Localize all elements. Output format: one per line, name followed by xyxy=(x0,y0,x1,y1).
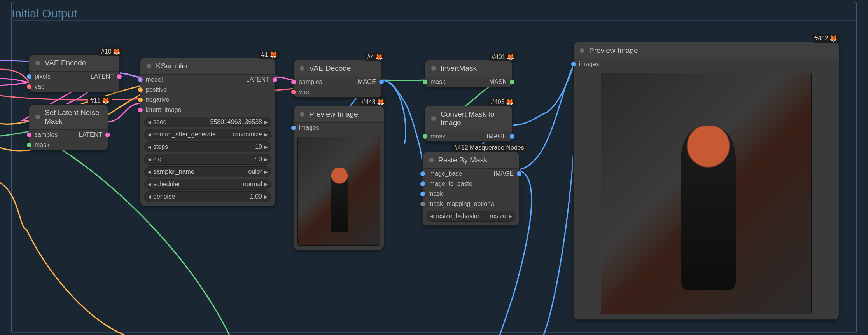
port-mask-in[interactable] xyxy=(423,134,427,139)
port-label: MASK xyxy=(489,79,507,85)
collapse-icon[interactable] xyxy=(431,116,436,121)
widget-steps[interactable]: ◀steps 19▶ xyxy=(144,141,271,152)
port-mask-mapping-optional[interactable] xyxy=(420,202,425,206)
node-title[interactable]: VAE Encode xyxy=(29,55,119,72)
port-image-out[interactable] xyxy=(379,80,384,84)
collapse-icon[interactable] xyxy=(300,112,304,117)
arrow-left-icon[interactable]: ◀ xyxy=(148,157,151,162)
arrow-right-icon[interactable]: ▶ xyxy=(264,169,268,174)
widget-control-after-generate[interactable]: ◀control_after_generate randomize▶ xyxy=(144,129,271,140)
port-mask[interactable] xyxy=(27,143,32,147)
node-set-latent-noise-mask[interactable]: Set Latent Noise Mask samples LATENT mas… xyxy=(29,104,108,150)
node-title[interactable]: Convert Mask to Image xyxy=(425,106,512,131)
port-latent-out[interactable] xyxy=(117,74,122,79)
port-image-out[interactable] xyxy=(517,171,522,176)
collapse-icon[interactable] xyxy=(35,61,40,65)
node-title[interactable]: Set Latent Noise Mask xyxy=(29,105,108,130)
port-samples[interactable] xyxy=(27,133,32,137)
port-latent-out[interactable] xyxy=(273,77,277,82)
collapse-icon[interactable] xyxy=(300,66,304,71)
node-title[interactable]: Preview Image xyxy=(574,42,839,59)
port-negative[interactable] xyxy=(138,98,143,102)
port-mask-out[interactable] xyxy=(510,80,514,84)
port-latent-image[interactable] xyxy=(138,108,143,112)
port-images[interactable] xyxy=(291,126,296,130)
widget-label: resize_behavior xyxy=(436,213,480,220)
port-image-base[interactable] xyxy=(420,171,425,176)
arrow-left-icon[interactable]: ◀ xyxy=(430,214,433,219)
port-label: samples xyxy=(35,131,58,138)
widget-seed[interactable]: ◀seed 558014963136538▶ xyxy=(144,117,271,127)
widget-cfg[interactable]: ◀cfg 7.0▶ xyxy=(144,154,271,165)
port-model[interactable] xyxy=(138,77,143,82)
port-mask[interactable] xyxy=(420,192,425,196)
node-title[interactable]: KSampler xyxy=(140,58,275,75)
port-label: mask xyxy=(430,133,445,140)
node-ksampler[interactable]: KSampler model LATENT positive negative … xyxy=(140,58,275,206)
collapse-icon[interactable] xyxy=(431,66,436,71)
collapse-icon[interactable] xyxy=(429,158,434,162)
arrow-right-icon[interactable]: ▶ xyxy=(264,132,268,137)
node-vae-decode[interactable]: VAE Decode samples IMAGE vae xyxy=(293,60,382,98)
arrow-left-icon[interactable]: ◀ xyxy=(148,182,151,187)
arrow-left-icon[interactable]: ◀ xyxy=(148,194,151,199)
port-latent-out[interactable] xyxy=(105,133,110,137)
port-label: image_base xyxy=(428,170,462,177)
port-image-out[interactable] xyxy=(510,134,514,139)
arrow-right-icon[interactable]: ▶ xyxy=(264,120,268,125)
node-preview-image-452[interactable]: Preview Image images xyxy=(573,42,839,320)
node-preview-image-448[interactable]: Preview Image images xyxy=(293,106,384,250)
port-image-to-paste[interactable] xyxy=(420,181,425,186)
widget-scheduler[interactable]: ◀scheduler normal▶ xyxy=(144,179,271,190)
node-tag-4: #4🦊 xyxy=(365,53,385,61)
node-invert-mask[interactable]: InvertMask mask MASK xyxy=(425,60,513,87)
port-pixels[interactable] xyxy=(27,74,32,79)
port-images[interactable] xyxy=(571,62,576,66)
arrow-right-icon[interactable]: ▶ xyxy=(264,145,268,150)
node-title-text: VAE Decode xyxy=(309,64,351,72)
port-label: mask_mapping_optional xyxy=(428,201,495,208)
widget-sampler-name[interactable]: ◀sampler_name euler▶ xyxy=(144,166,271,177)
port-label: IMAGE xyxy=(486,133,507,140)
node-title-text: Convert Mask to Image xyxy=(441,110,494,127)
widget-label: sampler_name xyxy=(153,168,194,175)
collapse-icon[interactable] xyxy=(147,64,151,68)
node-convert-mask-to-image[interactable]: Convert Mask to Image mask IMAGE xyxy=(425,106,513,142)
arrow-left-icon[interactable]: ◀ xyxy=(148,169,151,174)
widget-label: cfg xyxy=(153,156,161,163)
port-vae[interactable] xyxy=(27,84,32,89)
port-label: LATENT xyxy=(79,131,102,138)
port-label: images xyxy=(299,124,319,131)
arrow-right-icon[interactable]: ▶ xyxy=(264,194,268,199)
collapse-icon[interactable] xyxy=(35,115,40,119)
widget-denoise[interactable]: ◀denoise 1.00▶ xyxy=(144,191,271,202)
group-title: Initial Output xyxy=(12,7,77,20)
port-vae[interactable] xyxy=(291,90,296,94)
node-title[interactable]: VAE Decode xyxy=(294,60,382,77)
node-title-text: Set Latent Noise Mask xyxy=(45,108,99,125)
port-label: samples xyxy=(299,79,322,85)
arrow-left-icon[interactable]: ◀ xyxy=(148,132,151,137)
arrow-right-icon[interactable]: ▶ xyxy=(264,182,268,187)
port-label: LATENT xyxy=(91,73,114,80)
arrow-left-icon[interactable]: ◀ xyxy=(148,120,151,125)
node-title[interactable]: InvertMask xyxy=(425,60,512,77)
node-vae-encode[interactable]: VAE Encode pixels LATENT vae xyxy=(29,54,120,92)
port-positive[interactable] xyxy=(138,87,143,92)
widget-value: 19 xyxy=(255,143,262,150)
port-samples[interactable] xyxy=(291,80,296,84)
arrow-right-icon[interactable]: ▶ xyxy=(264,157,268,162)
widget-resize-behavior[interactable]: ◀resize_behavior resize▶ xyxy=(427,211,515,222)
arrow-right-icon[interactable]: ▶ xyxy=(509,214,512,219)
node-title[interactable]: Preview Image xyxy=(294,106,384,123)
arrow-left-icon[interactable]: ◀ xyxy=(148,145,151,150)
node-title[interactable]: Paste By Mask xyxy=(423,152,519,169)
widget-value: randomize xyxy=(233,131,262,138)
port-mask-in[interactable] xyxy=(423,80,427,84)
widget-value: 1.00 xyxy=(250,193,262,200)
fox-icon: 🦊 xyxy=(506,98,514,106)
fox-icon: 🦊 xyxy=(113,48,121,55)
node-title-text: VAE Encode xyxy=(45,59,86,67)
node-paste-by-mask[interactable]: Paste By Mask image_base IMAGE image_to_… xyxy=(422,152,520,226)
collapse-icon[interactable] xyxy=(580,48,584,53)
